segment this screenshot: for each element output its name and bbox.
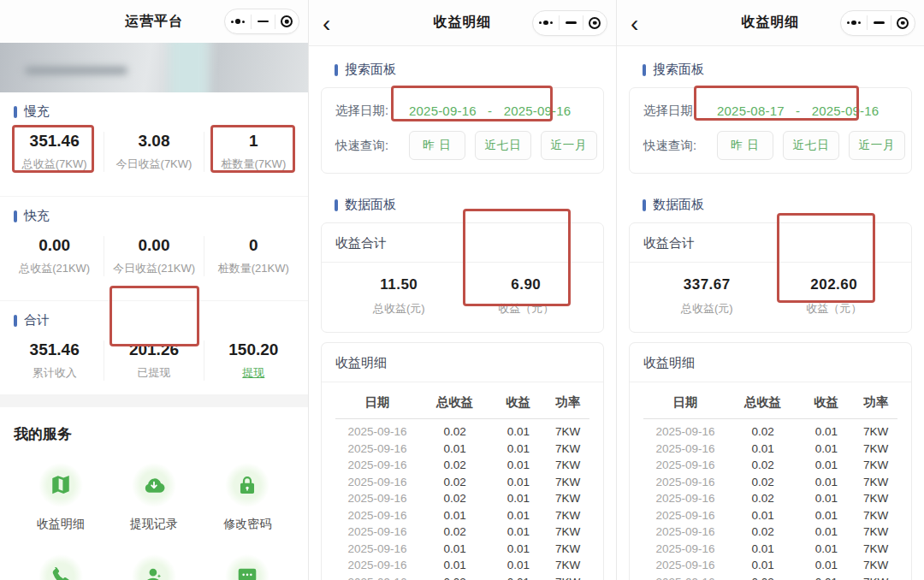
divider — [322, 382, 603, 382]
cell-date: 2025-09-16 — [643, 459, 727, 471]
more-dots-icon[interactable] — [539, 21, 554, 26]
minimize-icon[interactable] — [258, 21, 269, 23]
table-row: 2025-09-16 0.02 0.01 7KW — [643, 423, 897, 441]
cell-total-revenue: 0.02 — [727, 425, 798, 438]
quick-query-button[interactable]: 近一月 — [541, 131, 597, 160]
phone-icon — [38, 554, 83, 580]
capsule-divider — [867, 15, 868, 30]
section-slow-charge: 慢充 351.46 总收益(7KW) 3.08 今日收益(7KW) 1 桩数量(… — [0, 92, 308, 186]
stat-income: 202.60 收益（元） — [771, 276, 898, 317]
panel-revenue-detail-day: ‹ 收益明细 搜索面板 选择日期: 2025-09-16 - 2025-09-1… — [308, 0, 616, 580]
back-icon[interactable]: ‹ — [323, 12, 330, 36]
capsule-divider — [583, 15, 583, 30]
navbar: ‹ 收益明细 — [617, 0, 924, 46]
date-label: 选择日期: — [643, 103, 717, 119]
section-header: 快充 — [0, 208, 308, 224]
service-label: 修改密码 — [223, 517, 271, 532]
table-title: 收益明细 — [335, 355, 589, 371]
mini-program-capsule — [840, 10, 915, 36]
service-item-revenue-detail[interactable]: 收益明细 — [14, 463, 107, 532]
cell-date: 2025-09-16 — [335, 459, 419, 471]
quick-query-row: 快速查询: 昨 日近七日近一月 — [335, 131, 589, 160]
quick-query-button[interactable]: 昨 日 — [409, 131, 465, 160]
data-section-header: 数据面板 — [321, 197, 604, 213]
cell-power: 7KW — [854, 542, 897, 555]
stat-total-revenue-7kw: 351.46 总收益(7KW) — [5, 132, 104, 172]
service-label: 提现记录 — [130, 517, 178, 532]
cell-income: 0.01 — [490, 576, 546, 580]
quick-query-button[interactable]: 近七日 — [783, 131, 839, 160]
panel-revenue-detail-month: ‹ 收益明细 搜索面板 选择日期: 2025-08-17 - 2025-09-1… — [616, 0, 924, 580]
stat-row: 351.46 总收益(7KW) 3.08 今日收益(7KW) 1 桩数量(7KW… — [0, 132, 308, 186]
table-row: 2025-09-16 0.02 0.01 7KW — [335, 524, 589, 541]
quick-query-button[interactable]: 近七日 — [475, 131, 531, 160]
minimize-icon[interactable] — [566, 21, 577, 24]
cell-date: 2025-09-16 — [335, 559, 419, 571]
section-title: 慢充 — [24, 104, 50, 120]
quick-query-button[interactable]: 近一月 — [849, 131, 905, 160]
more-dots-icon[interactable] — [847, 21, 862, 26]
cell-date: 2025-09-16 — [335, 476, 419, 488]
service-item-user-agreement[interactable]: 用户协议 — [201, 554, 294, 580]
date-range-picker[interactable]: 2025-09-16 - 2025-09-16 — [409, 104, 571, 118]
service-item-withdraw-record[interactable]: 提现记录 — [107, 463, 200, 532]
cell-power: 7KW — [854, 576, 897, 580]
minimize-icon[interactable] — [874, 21, 885, 24]
withdraw-link[interactable]: 提现 — [204, 365, 303, 381]
section-bar — [335, 64, 338, 76]
service-item-contact-support[interactable]: 联系客服 — [14, 554, 107, 580]
summary-title: 收益合计 — [643, 235, 897, 252]
capsule-divider — [275, 15, 275, 29]
chat-icon — [225, 554, 270, 580]
cloud-download-icon — [132, 463, 176, 507]
cell-power: 7KW — [854, 425, 897, 438]
table-row: 2025-09-16 0.02 0.01 7KW — [643, 474, 897, 491]
table-row: 2025-09-16 0.01 0.01 7KW — [335, 541, 589, 558]
stat-label: 总收益(元) — [643, 301, 771, 317]
cell-power: 7KW — [854, 459, 897, 471]
table-row: 2025-09-16 0.01 0.01 7KW — [643, 507, 897, 524]
capsule-close-icon[interactable] — [589, 17, 601, 29]
divider — [630, 382, 911, 382]
date-row: 选择日期: 2025-08-17 - 2025-09-16 — [643, 103, 897, 119]
panel-operator-home: 运营平台 慢充 351.46 总收益(7KW) 3.08 — [0, 0, 308, 580]
cell-date: 2025-09-16 — [335, 425, 419, 438]
stat-cumulative-income: 351.46 累计收入 — [5, 340, 104, 381]
column-header: 总收益 — [727, 394, 798, 411]
more-dots-icon[interactable] — [231, 19, 246, 24]
service-item-about-us[interactable]: 关于我们 — [107, 554, 200, 580]
summary-stats: 337.67 总收益(元) 202.60 收益（元） — [643, 276, 897, 317]
service-item-change-password[interactable]: 修改密码 — [201, 463, 294, 532]
page-title: 收益明细 — [742, 14, 800, 32]
capsule-close-icon[interactable] — [281, 15, 293, 27]
back-icon[interactable]: ‹ — [631, 12, 638, 36]
stat-income: 6.90 收益（元） — [463, 276, 590, 317]
table-row: 2025-09-16 0.01 0.01 7KW — [643, 557, 897, 574]
search-card: 选择日期: 2025-08-17 - 2025-09-16 快速查询: 昨 日近… — [629, 87, 912, 174]
cell-date: 2025-09-16 — [335, 542, 419, 555]
cell-power: 7KW — [854, 559, 897, 571]
navbar: 运营平台 — [0, 0, 308, 43]
table-row: 2025-09-16 0.02 0.01 7KW — [643, 524, 897, 541]
search-section-header: 搜索面板 — [321, 62, 604, 78]
date-range-picker[interactable]: 2025-08-17 - 2025-09-16 — [717, 104, 879, 118]
quick-query-button[interactable]: 昨 日 — [717, 131, 773, 160]
stat-value: 150.20 — [204, 340, 303, 359]
screenshot-canvas: 运营平台 慢充 351.46 总收益(7KW) 3.08 — [0, 0, 924, 580]
capsule-close-icon[interactable] — [897, 17, 909, 29]
cell-date: 2025-09-16 — [643, 525, 727, 538]
cell-income: 0.01 — [798, 559, 854, 571]
cell-income: 0.01 — [490, 476, 546, 488]
stat-value: 0.00 — [5, 236, 104, 255]
cell-power: 7KW — [854, 492, 897, 505]
search-card: 选择日期: 2025-09-16 - 2025-09-16 快速查询: 昨 日近… — [321, 87, 604, 174]
stat-value: 351.46 — [5, 132, 104, 151]
stat-label: 总收益(元) — [335, 301, 463, 317]
cell-date: 2025-09-16 — [335, 492, 419, 505]
cell-total-revenue: 0.02 — [727, 525, 798, 538]
cell-power: 7KW — [546, 509, 589, 522]
lock-icon — [225, 463, 270, 507]
stat-value: 0 — [204, 236, 303, 255]
revenue-table: 日期总收益收益功率 2025-09-16 0.02 0.01 7KW 2025-… — [335, 394, 589, 580]
cell-total-revenue: 0.02 — [727, 576, 798, 580]
